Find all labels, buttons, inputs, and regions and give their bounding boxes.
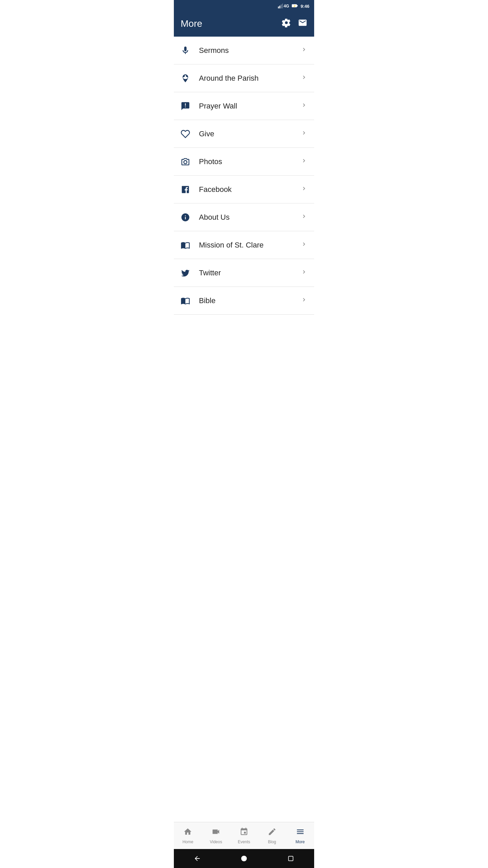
nav-item-videos[interactable]: Videos — [202, 822, 230, 849]
nav-calendar-icon — [240, 827, 248, 838]
chevron-icon-mission — [301, 241, 307, 249]
settings-icon[interactable] — [282, 18, 291, 29]
time-display: 9:46 — [301, 4, 309, 9]
menu-label-mission: Mission of St. Clare — [199, 241, 301, 250]
menu-label-prayer-wall: Prayer Wall — [199, 102, 301, 111]
menu-item-mission[interactable]: Mission of St. Clare — [174, 231, 314, 259]
nav-item-blog[interactable]: Blog — [258, 822, 286, 849]
svg-rect-2 — [281, 4, 282, 8]
menu-label-twitter: Twitter — [199, 269, 301, 277]
svg-text:⚡: ⚡ — [293, 4, 296, 7]
camera-icon — [181, 157, 196, 166]
page-header: More — [174, 12, 314, 37]
mail-icon[interactable] — [298, 18, 307, 29]
chevron-icon-give — [301, 130, 307, 138]
nav-item-home[interactable]: Home — [174, 822, 202, 849]
chevron-icon-around-parish — [301, 74, 307, 82]
menu-list: SermonsAround the ParishPrayer WallGiveP… — [174, 37, 314, 822]
svg-point-8 — [241, 856, 247, 862]
twitter-icon — [181, 268, 196, 278]
chevron-icon-twitter — [301, 269, 307, 277]
home-button[interactable] — [237, 852, 251, 865]
chevron-icon-bible — [301, 296, 307, 305]
status-bar: 4G ⚡ 9:46 — [174, 0, 314, 12]
menu-item-prayer-wall[interactable]: Prayer Wall — [174, 92, 314, 120]
menu-label-about-us: About Us — [199, 213, 301, 222]
nav-menu-icon — [296, 827, 305, 838]
svg-rect-3 — [282, 4, 283, 8]
menu-item-about-us[interactable]: About Us — [174, 203, 314, 231]
book-icon — [181, 296, 196, 305]
header-actions — [282, 18, 307, 29]
mic-icon — [181, 46, 196, 55]
system-nav — [174, 849, 314, 868]
nav-home-icon — [183, 827, 192, 838]
svg-rect-1 — [279, 6, 280, 8]
svg-rect-9 — [288, 856, 293, 861]
menu-item-give[interactable]: Give — [174, 120, 314, 148]
chevron-icon-photos — [301, 157, 307, 166]
menu-item-sermons[interactable]: Sermons — [174, 37, 314, 64]
nav-label-more: More — [296, 840, 305, 844]
chevron-icon-prayer-wall — [301, 102, 307, 110]
network-label: 4G — [284, 4, 289, 8]
recents-button[interactable] — [284, 852, 298, 865]
nav-label-videos: Videos — [210, 840, 222, 844]
chevron-icon-facebook — [301, 185, 307, 194]
menu-label-bible: Bible — [199, 296, 301, 305]
person-pin-icon — [181, 74, 196, 83]
chevron-icon-about-us — [301, 213, 307, 221]
nav-video-icon — [211, 827, 220, 838]
menu-label-give: Give — [199, 130, 301, 138]
svg-rect-0 — [278, 6, 279, 8]
nav-blog-icon — [268, 827, 277, 838]
nav-label-home: Home — [182, 840, 193, 844]
prayer-icon — [181, 101, 196, 111]
back-button[interactable] — [190, 852, 204, 865]
menu-item-around-parish[interactable]: Around the Parish — [174, 64, 314, 92]
menu-label-facebook: Facebook — [199, 185, 301, 194]
svg-rect-6 — [297, 5, 298, 6]
heart-icon — [181, 129, 196, 139]
menu-label-sermons: Sermons — [199, 46, 301, 55]
nav-item-events[interactable]: Events — [230, 822, 258, 849]
menu-item-bible[interactable]: Bible — [174, 287, 314, 315]
battery-icon: ⚡ — [292, 3, 298, 9]
page-title: More — [181, 18, 202, 29]
info-icon — [181, 213, 196, 222]
chevron-icon-sermons — [301, 46, 307, 55]
menu-item-facebook[interactable]: Facebook — [174, 176, 314, 203]
signal-indicator: 4G — [278, 3, 289, 9]
menu-item-twitter[interactable]: Twitter — [174, 259, 314, 287]
bottom-nav: HomeVideosEventsBlogMore — [174, 822, 314, 849]
book-icon — [181, 240, 196, 250]
nav-label-events: Events — [238, 840, 250, 844]
facebook-icon — [181, 185, 196, 194]
menu-item-photos[interactable]: Photos — [174, 148, 314, 176]
nav-item-more[interactable]: More — [286, 822, 314, 849]
menu-label-photos: Photos — [199, 157, 301, 166]
nav-label-blog: Blog — [268, 840, 276, 844]
menu-label-around-parish: Around the Parish — [199, 74, 301, 83]
